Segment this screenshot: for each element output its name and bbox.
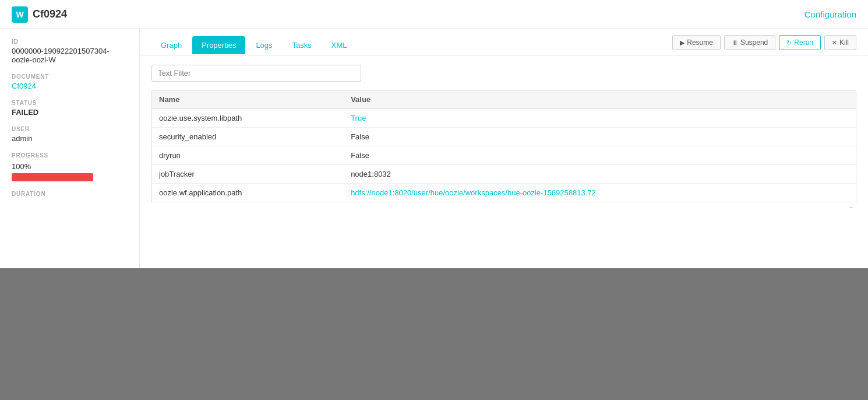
table-row: oozie.use.system.libpathTrue (152, 109, 856, 128)
resume-icon: ▶ (680, 39, 684, 47)
tabs-actions-row: Graph Properties Logs Tasks XML ▶ Resume… (140, 29, 868, 55)
progress-bar (12, 173, 93, 181)
table-row: security_enabledFalse (152, 128, 856, 146)
properties-table: Name Value oozie.use.system.libpathTrues… (151, 90, 856, 202)
sidebar-progress-label: PROGRESS (12, 152, 128, 159)
suspend-button[interactable]: ⏸ Suspend (724, 35, 775, 50)
table-body: oozie.use.system.libpathTruesecurity_ena… (152, 109, 856, 202)
tab-logs[interactable]: Logs (246, 36, 281, 54)
app-title: Cf0924 (33, 8, 67, 20)
actions: ▶ Resume ⏸ Suspend ↻ Rerun ✕ Kill (672, 35, 856, 55)
kill-button[interactable]: ✕ Kill (824, 35, 856, 50)
column-value: Value (344, 90, 856, 109)
sidebar-progress-field: PROGRESS 100% (12, 152, 128, 181)
table-row: oozie.wf.application.pathhdfs://node1:80… (152, 184, 856, 202)
resume-button[interactable]: ▶ Resume (672, 35, 721, 50)
sidebar-user-value: admin (12, 134, 128, 143)
sidebar-status-value: FAILED (12, 108, 128, 117)
table-row: dryrunFalse (152, 146, 856, 165)
sidebar-id-label: ID (12, 38, 128, 45)
row-value: False (344, 128, 856, 146)
hue-logo: W (12, 6, 28, 23)
rerun-button[interactable]: ↻ Rerun (779, 35, 821, 50)
tab-tasks[interactable]: Tasks (283, 36, 321, 54)
resize-handle[interactable]: ↔ (151, 202, 856, 211)
header: W Cf0924 Configuration (0, 0, 868, 29)
row-name: oozie.use.system.libpath (152, 109, 344, 128)
suspend-icon: ⏸ (732, 39, 738, 46)
progress-text: 100% (12, 162, 128, 171)
rerun-icon: ↻ (786, 39, 792, 47)
properties-content: Name Value oozie.use.system.libpathTrues… (140, 55, 868, 268)
suspend-label: Suspend (740, 38, 768, 47)
tabs: Graph Properties Logs Tasks XML (151, 36, 357, 54)
row-value[interactable]: hdfs://node1:8020/user/hue/oozie/workspa… (344, 184, 856, 202)
table-header-row: Name Value (152, 90, 856, 109)
row-value[interactable]: True (344, 109, 856, 128)
sidebar-duration-label: DURATION (12, 191, 128, 197)
sidebar-document-value[interactable]: Cf0924 (12, 82, 128, 90)
sidebar-status-label: STATUS (12, 100, 128, 106)
sidebar-status-field: STATUS FAILED (12, 100, 128, 117)
kill-icon: ✕ (832, 39, 837, 47)
sidebar-id-value: 0000000-190922201507304-oozie-oozi-W (12, 47, 128, 64)
main-layout: ID 0000000-190922201507304-oozie-oozi-W … (0, 29, 868, 268)
content-area: Graph Properties Logs Tasks XML ▶ Resume… (140, 29, 868, 268)
sidebar-user-field: USER admin (12, 126, 128, 143)
table-row: jobTrackernode1:8032 (152, 165, 856, 184)
row-name: oozie.wf.application.path (152, 184, 344, 202)
kill-label: Kill (839, 38, 849, 47)
rerun-label: Rerun (794, 38, 813, 47)
tab-xml[interactable]: XML (322, 36, 357, 54)
sidebar-duration-field: DURATION (12, 191, 128, 197)
column-name: Name (152, 90, 344, 109)
sidebar-user-label: USER (12, 126, 128, 132)
configuration-link[interactable]: Configuration (805, 9, 856, 19)
row-value: node1:8032 (344, 165, 856, 184)
progress-bar-container: 100% (12, 162, 128, 181)
header-left: W Cf0924 (12, 6, 67, 23)
sidebar-document-label: DOCUMENT (12, 73, 128, 80)
sidebar-document-field: DOCUMENT Cf0924 (12, 73, 128, 90)
row-name: jobTracker (152, 165, 344, 184)
sidebar: ID 0000000-190922201507304-oozie-oozi-W … (0, 29, 140, 268)
table-header: Name Value (152, 90, 856, 109)
tab-properties[interactable]: Properties (192, 36, 245, 54)
sidebar-id-field: ID 0000000-190922201507304-oozie-oozi-W (12, 38, 128, 64)
row-value: False (344, 146, 856, 165)
tab-graph[interactable]: Graph (151, 36, 191, 54)
row-name: security_enabled (152, 128, 344, 146)
row-name: dryrun (152, 146, 344, 165)
text-filter-input[interactable] (151, 65, 361, 82)
resume-label: Resume (687, 38, 713, 47)
